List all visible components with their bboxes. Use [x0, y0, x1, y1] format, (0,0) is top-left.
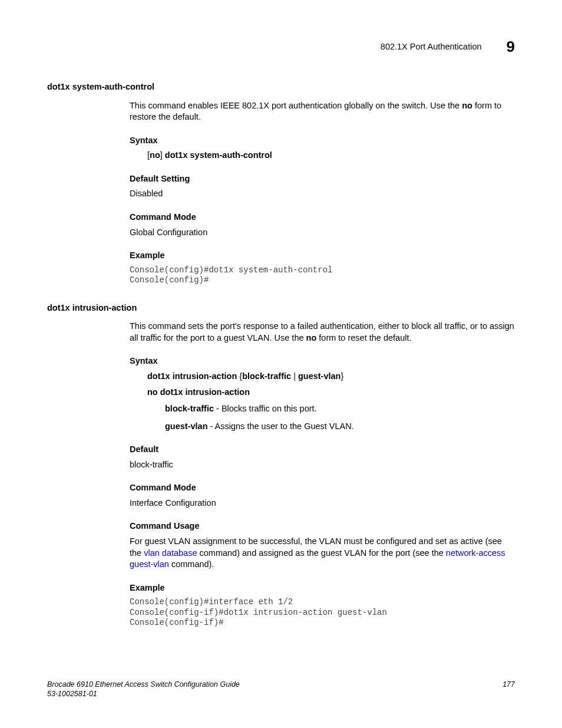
mode-value: Interface Configuration — [130, 498, 515, 509]
desc-text: This command enables IEEE 802.1X port au… — [130, 101, 462, 110]
syntax-keyword: no — [150, 150, 160, 160]
syntax-heading: Syntax — [130, 355, 515, 367]
no-keyword: no — [306, 333, 317, 342]
usage-text: For guest VLAN assignment to be successf… — [130, 536, 515, 571]
option-term: guest-vlan — [165, 421, 208, 431]
default-value: Disabled — [130, 188, 515, 200]
syntax-line: [no] dot1x system-auth-control — [147, 150, 515, 162]
page-header: 802.1X Port Authentication 9 — [381, 37, 515, 57]
mode-heading: Command Mode — [130, 212, 515, 223]
syntax-heading: Syntax — [130, 135, 515, 147]
syntax-text: ] — [160, 150, 165, 160]
no-keyword: no — [462, 101, 472, 110]
command-description: This command enables IEEE 802.1X port au… — [130, 100, 515, 123]
cross-ref-link[interactable]: vlan database — [144, 548, 197, 558]
usage-segment: command) and assigned as the guest VLAN … — [197, 548, 445, 558]
mode-value: Global Configuration — [130, 227, 515, 239]
syntax-keyword: block-traffic — [242, 371, 291, 381]
syntax-text: { — [237, 371, 242, 381]
default-heading: Default — [130, 444, 515, 456]
footer-doc-id: 53-1002581-01 — [47, 689, 240, 699]
command-heading-intrusion-action: dot1x intrusion-action — [47, 302, 515, 314]
default-heading: Default Setting — [130, 173, 515, 185]
example-heading: Example — [130, 582, 515, 594]
chapter-number: 9 — [507, 37, 515, 57]
desc-text: form to reset the default. — [316, 333, 411, 342]
command-description: This command sets the port's response to… — [130, 321, 515, 344]
page-number: 177 — [503, 680, 515, 690]
option-term: block-traffic — [165, 404, 214, 413]
option-description: guest-vlan - Assigns the user to the Gue… — [165, 421, 515, 433]
default-value: block-traffic — [130, 459, 515, 471]
syntax-keyword: dot1x intrusion-action — [147, 371, 237, 381]
usage-heading: Command Usage — [130, 521, 515, 532]
option-text: - Assigns the user to the Guest VLAN. — [208, 421, 354, 431]
syntax-line: no dot1x intrusion-action — [147, 387, 515, 398]
example-code: Console(config)#dot1x system-auth-contro… — [130, 265, 515, 286]
mode-heading: Command Mode — [130, 482, 515, 494]
syntax-keyword: guest-vlan — [298, 371, 341, 381]
usage-segment: command). — [169, 559, 214, 569]
syntax-text: } — [340, 371, 343, 381]
footer-doc-title: Brocade 6910 Ethernet Access Switch Conf… — [47, 680, 240, 689]
option-description: block-traffic - Blocks traffic on this p… — [165, 403, 515, 415]
footer-left: Brocade 6910 Ethernet Access Switch Conf… — [47, 680, 240, 699]
page-footer: Brocade 6910 Ethernet Access Switch Conf… — [47, 680, 515, 699]
syntax-text: | — [291, 371, 298, 381]
syntax-line: dot1x intrusion-action {block-traffic | … — [147, 371, 515, 383]
page-content: dot1x system-auth-control This command e… — [47, 81, 515, 628]
syntax-keyword: dot1x system-auth-control — [165, 150, 272, 160]
option-text: - Blocks traffic on this port. — [214, 404, 317, 413]
example-heading: Example — [130, 250, 515, 262]
command-heading-system-auth: dot1x system-auth-control — [47, 81, 515, 93]
header-title: 802.1X Port Authentication — [381, 41, 482, 53]
example-code: Console(config)#interface eth 1/2 Consol… — [130, 597, 515, 628]
